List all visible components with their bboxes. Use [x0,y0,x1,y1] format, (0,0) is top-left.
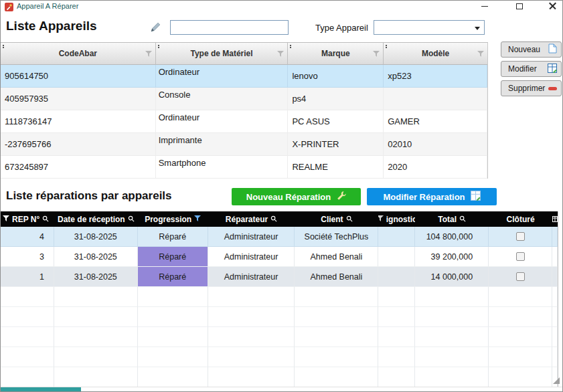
column-label: CodeAbar [59,49,97,58]
horizontal-scrollbar[interactable] [1,387,562,392]
nouveau-reparation-button[interactable]: Nouveau Réparation [232,188,361,205]
cell-reparateur: Administrateur [208,227,295,247]
header-corner-mark [158,45,159,46]
scrollbar-thumb[interactable] [1,387,81,392]
cell-client: Société TechPlus [295,227,378,247]
column-header-type[interactable]: Type de Matériel [156,43,289,65]
cell-codeabar: 905614750 [1,65,156,88]
pen-icon [148,20,162,34]
repair-row[interactable]: 4 31-08-2025 Réparé Administrateur Socié… [1,227,558,247]
search-icon[interactable] [42,215,49,224]
column-header-total[interactable]: Total [415,211,489,227]
cell-progression: Réparé [138,267,208,287]
filter-funnel-icon[interactable] [145,50,152,60]
cell-marque: lenovo [288,65,384,88]
column-header-progression[interactable]: Progression [138,211,208,227]
codeabar-search-input[interactable] [170,20,289,35]
cell-client: Ahmed Benali [295,247,378,267]
repair-row[interactable]: 1 31-08-2025 Réparé Administrateur Ahmed… [1,267,558,287]
column-header-diagnostic[interactable]: ignostic [378,211,415,227]
modifier-button[interactable]: Modifier [501,61,562,77]
filter-funnel-icon[interactable] [477,50,484,60]
cell-marque: PC ASUS [288,110,384,133]
cell-client: Ahmed Benali [295,267,378,287]
search-icon[interactable] [270,215,277,224]
table-icon[interactable] [552,211,558,227]
column-header-codeabar[interactable]: CodeAbar [1,43,156,65]
column-header-cloture[interactable]: Clôturé [489,211,552,227]
device-row[interactable]: 1118736147 Ordinateur PC ASUS GAMER [1,110,487,133]
cell-type: Console [156,88,289,110]
cell-rep: 4 [1,227,54,247]
filter-funnel-icon[interactable] [3,215,9,224]
cell-codeabar: -237695766 [1,133,156,156]
close-button[interactable] [546,1,559,11]
column-label: Réparateur [226,215,268,224]
filter-funnel-icon[interactable] [194,215,201,224]
cell-diagnostic [378,267,415,287]
cell-marque: ps4 [288,88,384,110]
column-header-marque[interactable]: Marque [288,43,384,65]
supprimer-button[interactable]: Supprimer [501,80,562,96]
cell-type: Ordinateur [156,110,289,133]
cell-codeabar: 1118736147 [1,110,156,133]
device-row[interactable]: 673245897 Smartphone REALME 2020 [1,156,487,179]
cell-filler [552,267,558,287]
resize-grip-icon[interactable] [553,377,560,384]
devices-table-header: CodeAbar Type de Matériel Marque Modèle [1,43,487,65]
devices-section-title: Liste Appareils [6,19,97,33]
repair-row[interactable]: 3 31-08-2025 Réparé Administrateur Ahmed… [1,247,558,267]
empty-row[interactable] [1,307,558,327]
minimize-button[interactable] [478,1,491,11]
header-corner-mark [3,45,4,46]
column-label: Total [438,215,457,224]
empty-row[interactable] [1,367,558,387]
cell-rep: 1 [1,267,54,287]
device-row[interactable]: -237695766 Imprimante X-PRINTER 02010 [1,133,487,156]
filter-funnel-icon[interactable] [378,215,383,224]
empty-row[interactable] [1,347,558,367]
search-icon[interactable] [346,215,353,224]
modifier-reparation-button[interactable]: Modifier Réparation [367,188,497,205]
search-icon[interactable] [459,215,466,224]
cell-date: 31-08-2025 [54,267,138,287]
cloture-checkbox[interactable] [516,272,525,281]
column-header-date[interactable]: Date de réception [54,211,138,227]
column-label: Marque [321,49,350,58]
table-edit-icon [548,64,557,75]
column-header-client[interactable]: Client [295,211,378,227]
device-row[interactable]: 905614750 Ordinateur lenovo xp523 [1,65,487,88]
device-row[interactable]: 405957935 Console ps4 [1,88,487,110]
empty-row[interactable] [1,287,558,307]
column-header-reparateur[interactable]: Réparateur [208,211,295,227]
nouveau-button[interactable]: Nouveau [501,41,562,58]
column-label: Client [321,215,343,224]
cell-marque: REALME [288,156,384,179]
column-label: REP N° [12,215,39,224]
empty-row[interactable] [1,327,558,347]
maximize-button[interactable] [513,1,526,11]
column-header-modele[interactable]: Modèle [384,43,487,65]
filter-funnel-icon[interactable] [277,50,284,60]
filter-funnel-icon[interactable] [373,50,380,60]
nouveau-button-label: Nouveau [508,45,540,54]
wrench-icon [336,191,346,203]
modifier-reparation-label: Modifier Réparation [383,192,465,202]
cell-progression: Réparé [138,227,208,247]
cloture-checkbox[interactable] [516,252,525,261]
window-title: Appareil A Réparer [17,2,78,10]
type-appareil-combobox[interactable] [374,20,485,35]
header-corner-mark [290,45,291,46]
column-label: Modèle [422,49,449,58]
cell-marque: X-PRINTER [288,133,384,156]
cell-diagnostic [378,227,415,247]
cell-codeabar: 673245897 [1,156,156,179]
cloture-checkbox[interactable] [516,232,525,241]
column-header-rep[interactable]: REP N° [1,211,54,227]
cell-cloture [489,227,552,247]
cell-total: 39 200,000 [415,247,489,267]
cell-reparateur: Administrateur [208,247,295,267]
search-icon[interactable] [128,215,135,224]
title-bar: Appareil A Réparer [1,1,562,13]
red-minus-icon [548,84,557,93]
